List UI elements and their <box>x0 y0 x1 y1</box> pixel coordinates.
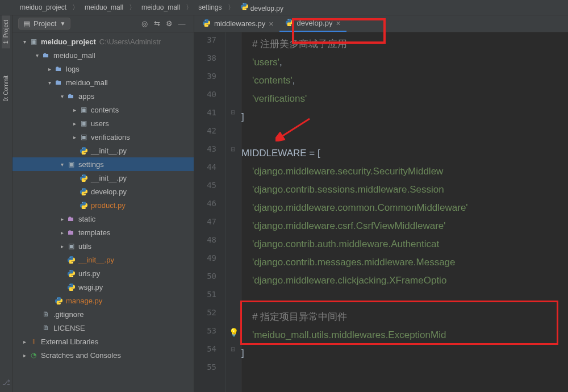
tree-arrow-icon[interactable] <box>58 256 66 264</box>
code-line[interactable]: 'django.contrib.messages.middleware.Mess… <box>241 253 568 272</box>
tree-node[interactable]: ▾🖿meiduo_mall <box>12 76 194 89</box>
tree-node[interactable]: manage.py <box>12 294 194 307</box>
breadcrumb-item[interactable]: meiduo_project <box>17 3 69 11</box>
tree-node[interactable]: ▸🖿logs <box>12 62 194 76</box>
vcs-icon[interactable]: ⎇ <box>2 378 10 386</box>
tree-arrow-icon[interactable]: ▾ <box>58 92 66 100</box>
tree-arrow-icon[interactable] <box>33 324 41 332</box>
svg-point-11 <box>72 262 73 262</box>
locate-icon[interactable]: ◎ <box>138 18 151 30</box>
editor-tab[interactable]: develop.py× <box>279 16 346 32</box>
commit-tool-tab[interactable]: 0: Commit <box>2 71 10 106</box>
project-tree[interactable]: ▾▣meiduo_projectC:\Users\Administr▾🖿meid… <box>12 32 194 392</box>
code-line[interactable]: 'django.middleware.common.CommonMiddlewa… <box>241 199 568 217</box>
project-tool-tab[interactable]: 1: Project <box>2 15 10 48</box>
tree-node[interactable]: ▾▣meiduo_projectC:\Users\Administr <box>12 35 194 48</box>
code-line[interactable]: 'verifications' <box>241 90 568 108</box>
editor-tabs: middlewares.py×develop.py× <box>194 15 568 32</box>
editor-area: middlewares.py×develop.py× 3738394041424… <box>194 15 568 392</box>
tree-arrow-icon[interactable]: ▸ <box>20 337 28 345</box>
tree-arrow-icon[interactable] <box>45 297 53 305</box>
tree-node[interactable]: develop.py <box>12 185 194 198</box>
tree-arrow-icon[interactable] <box>58 283 66 291</box>
tree-arrow-icon[interactable] <box>33 310 41 318</box>
intention-bulb-icon[interactable]: 💡 <box>229 328 239 337</box>
tree-node[interactable]: urls.py <box>12 266 194 280</box>
tree-node[interactable]: ▸▣contents <box>12 103 194 116</box>
code-line[interactable]: MIDDLEWARE = [ <box>241 144 568 162</box>
tree-node[interactable]: ▸🖿templates <box>12 226 194 239</box>
tree-arrow-icon[interactable]: ▾ <box>33 51 41 59</box>
breadcrumb-sep: 〉 <box>69 3 82 12</box>
tree-arrow-icon[interactable]: ▸ <box>58 215 66 223</box>
breadcrumb-item[interactable]: settings <box>195 3 224 11</box>
code-line[interactable]: 'django.contrib.sessions.middleware.Sess… <box>241 181 568 199</box>
close-icon[interactable]: × <box>269 19 273 28</box>
tree-node[interactable]: ▸⫴External Libraries <box>12 335 194 348</box>
gear-icon[interactable]: ⚙ <box>163 18 176 30</box>
code-line[interactable]: 'django.middleware.csrf.CsrfViewMiddlewa… <box>241 217 568 235</box>
line-number: 55 <box>194 362 225 381</box>
tree-node[interactable]: ▸▣users <box>12 116 194 130</box>
tree-arrow-icon[interactable]: ▸ <box>58 242 66 250</box>
fold-close-icon[interactable]: ⊟ <box>230 346 236 352</box>
code-line[interactable]: 'django.middleware.security.SecurityMidd… <box>241 162 568 181</box>
tree-arrow-icon[interactable] <box>70 174 78 182</box>
tree-node[interactable]: ▾▣settings <box>12 157 194 171</box>
tree-node[interactable]: ▸▣utils <box>12 239 194 253</box>
tree-arrow-icon[interactable] <box>70 201 78 209</box>
tree-label: meiduo_mall <box>66 78 108 87</box>
line-number: 43 <box>194 144 225 162</box>
expand-icon[interactable]: ⇆ <box>151 18 163 30</box>
tree-arrow-icon[interactable]: ▸ <box>58 228 66 236</box>
tree-node[interactable]: ▸▣verifications <box>12 130 194 144</box>
fold-open-icon[interactable]: ⊟ <box>230 146 236 152</box>
code-line[interactable] <box>241 362 568 381</box>
code-line[interactable]: 'django.contrib.auth.middleware.Authenti… <box>241 235 568 253</box>
tree-arrow-icon[interactable]: ▾ <box>20 37 28 45</box>
tree-node[interactable]: __init__.py <box>12 253 194 266</box>
fold-close-icon[interactable]: ⊟ <box>230 109 236 115</box>
code-line[interactable]: 'users', <box>241 53 568 72</box>
tree-node[interactable]: 🗎LICENSE <box>12 321 194 335</box>
svg-point-8 <box>82 202 82 203</box>
tree-arrow-icon[interactable] <box>70 187 78 195</box>
code-line[interactable]: 'contents', <box>241 72 568 90</box>
code-line[interactable] <box>241 290 568 308</box>
tree-node[interactable]: ▸🖿static <box>12 212 194 226</box>
tree-node[interactable]: __init__.py <box>12 171 194 185</box>
close-icon[interactable]: × <box>336 19 340 28</box>
tree-arrow-icon[interactable] <box>70 147 78 155</box>
code-content[interactable]: # 注册美多商城子应用 'users', 'contents', 'verifi… <box>241 32 568 392</box>
tree-arrow-icon[interactable] <box>58 269 66 277</box>
editor-tab[interactable]: middlewares.py× <box>197 16 279 32</box>
tree-node[interactable]: product.py <box>12 198 194 212</box>
breadcrumb-item[interactable]: meiduo_mall <box>82 3 126 11</box>
breadcrumb-item[interactable]: meiduo_mall <box>139 3 183 11</box>
tree-label: wsgi.py <box>78 283 103 291</box>
code-line[interactable]: 'django.middleware.clickjacking.XFrameOp… <box>241 272 568 290</box>
tree-arrow-icon[interactable]: ▸ <box>70 133 78 141</box>
code-line[interactable]: # 指定项目异常中间件 <box>241 308 568 326</box>
hide-icon[interactable]: — <box>176 18 188 30</box>
tree-node[interactable]: ▾🖿meiduo_mall <box>12 48 194 62</box>
tree-arrow-icon[interactable]: ▸ <box>70 106 78 114</box>
code-line[interactable]: 'meiduo_mall.utils.middlewares.Exception… <box>241 326 568 344</box>
tree-arrow-icon[interactable]: ▾ <box>58 160 66 168</box>
tree-node[interactable]: ▸◔Scratches and Consoles <box>12 348 194 362</box>
breadcrumb-item[interactable]: develop.py <box>237 2 286 12</box>
tree-arrow-icon[interactable]: ▸ <box>20 351 28 359</box>
tree-icon: ▣ <box>78 119 89 127</box>
project-header: ▤ Project ▼ ◎ ⇆ ⚙ — <box>12 15 194 32</box>
tree-arrow-icon[interactable]: ▾ <box>45 78 53 86</box>
tree-arrow-icon[interactable]: ▸ <box>45 65 53 73</box>
code-editor[interactable]: 37383940414243444546474849505152535455 ⊟… <box>194 32 568 392</box>
tree-arrow-icon[interactable]: ▸ <box>70 119 78 127</box>
tree-node[interactable]: wsgi.py <box>12 280 194 294</box>
code-line[interactable]: ] <box>241 344 568 362</box>
project-view-selector[interactable]: ▤ Project ▼ <box>18 18 70 30</box>
tree-node[interactable]: ▾🖿apps <box>12 89 194 103</box>
code-line[interactable]: # 注册美多商城子应用 <box>241 35 568 53</box>
tree-node[interactable]: 🗎.gitignore <box>12 307 194 321</box>
tree-node[interactable]: __init__.py <box>12 144 194 157</box>
